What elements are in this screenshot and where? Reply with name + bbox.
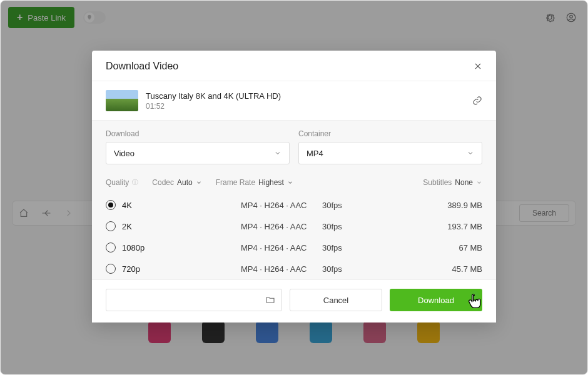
quality-fps: 30fps — [322, 222, 378, 231]
cursor-pointer-icon — [469, 291, 487, 313]
video-title: Tuscany Italy 8K and 4K (ULTRA HD) — [146, 91, 281, 101]
quality-row[interactable]: 4KMP4 · H264 · AAC30fps389.9 MB — [92, 194, 496, 216]
download-type-select[interactable]: Video — [106, 142, 290, 164]
download-type-label: Download — [106, 129, 290, 138]
chevron-down-icon — [287, 179, 293, 186]
cancel-button[interactable]: Cancel — [290, 289, 382, 311]
quality-fps: 30fps — [322, 243, 378, 252]
quality-label: Quality ⓘ — [106, 178, 138, 187]
quality-name: 2K — [122, 222, 241, 231]
chevron-down-icon — [476, 179, 482, 186]
quality-fps: 30fps — [322, 201, 378, 210]
close-icon — [474, 62, 482, 71]
quality-size: 193.7 MB — [447, 222, 482, 231]
modal-header: Download Video — [92, 51, 496, 81]
quality-size: 45.7 MB — [452, 264, 482, 274]
quality-fps: 30fps — [322, 264, 378, 274]
info-icon[interactable]: ⓘ — [132, 178, 138, 187]
filters-row: Quality ⓘ Codec Auto Frame Rate Highest … — [92, 176, 496, 194]
container-value: MP4 — [307, 149, 323, 158]
quality-name: 720p — [122, 264, 241, 274]
radio-button[interactable] — [106, 264, 116, 274]
close-button[interactable] — [474, 62, 482, 71]
quality-format: MP4 · H264 · AAC — [241, 264, 322, 274]
selects-row: Download Video Container MP4 — [92, 120, 496, 176]
subtitles-filter[interactable]: Subtitles None — [423, 178, 482, 187]
quality-row[interactable]: 720pMP4 · H264 · AAC30fps45.7 MB — [92, 258, 496, 279]
folder-icon — [265, 295, 275, 305]
quality-list: 4KMP4 · H264 · AAC30fps389.9 MB2KMP4 · H… — [92, 194, 496, 279]
quality-name: 1080p — [122, 243, 241, 252]
codec-filter[interactable]: Codec Auto — [152, 178, 201, 187]
chevron-down-icon — [467, 149, 474, 157]
container-label: Container — [298, 129, 482, 138]
save-path-box[interactable] — [106, 289, 282, 311]
quality-row[interactable]: 1080pMP4 · H264 · AAC30fps67 MB — [92, 237, 496, 258]
download-modal: Download Video Tuscany Italy 8K and 4K (… — [92, 51, 496, 322]
radio-button[interactable] — [106, 221, 116, 231]
chevron-down-icon — [274, 149, 281, 157]
chevron-down-icon — [196, 179, 202, 186]
quality-format: MP4 · H264 · AAC — [241, 222, 322, 231]
radio-button[interactable] — [106, 242, 116, 252]
container-select[interactable]: MP4 — [298, 142, 482, 164]
radio-button[interactable] — [106, 200, 116, 210]
modal-footer: Cancel Download — [92, 279, 496, 322]
quality-size: 67 MB — [459, 243, 482, 252]
framerate-filter[interactable]: Frame Rate Highest — [216, 178, 293, 187]
quality-name: 4K — [122, 201, 241, 210]
modal-title: Download Video — [106, 61, 178, 72]
source-link-button[interactable] — [472, 96, 482, 106]
video-meta: Tuscany Italy 8K and 4K (ULTRA HD) 01:52 — [92, 81, 496, 120]
download-type-value: Video — [114, 149, 134, 158]
quality-size: 389.9 MB — [447, 201, 482, 210]
video-thumbnail — [106, 90, 138, 111]
quality-format: MP4 · H264 · AAC — [241, 201, 322, 210]
quality-row[interactable]: 2KMP4 · H264 · AAC30fps193.7 MB — [92, 216, 496, 237]
link-icon — [472, 96, 482, 106]
video-duration: 01:52 — [146, 102, 281, 111]
quality-format: MP4 · H264 · AAC — [241, 243, 322, 252]
